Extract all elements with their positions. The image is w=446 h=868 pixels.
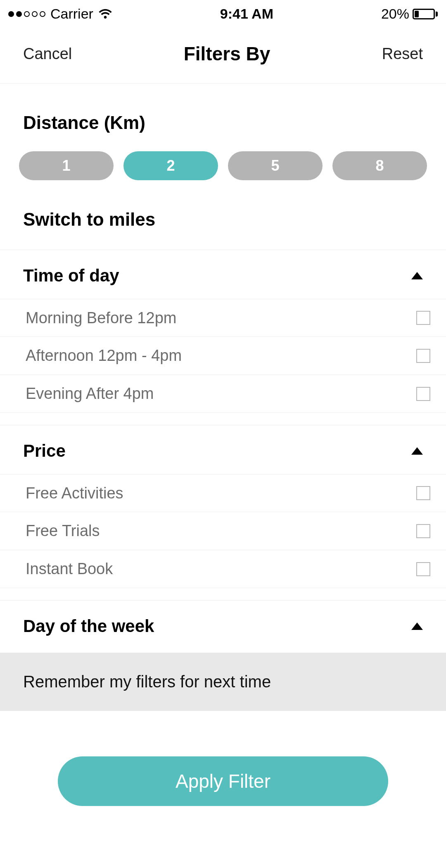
chevron-up-icon [411,447,423,455]
apply-filter-button[interactable]: Apply Filter [58,756,388,806]
checkbox[interactable] [416,562,430,576]
battery-percent-label: 20% [381,6,409,22]
price-header[interactable]: Price [0,425,446,474]
price-option-label: Instant Book [26,560,113,578]
switch-to-miles-button[interactable]: Switch to miles [0,209,446,250]
price-option-free-activities[interactable]: Free Activities [0,474,446,512]
page-title: Filters By [184,43,270,65]
distance-pill-2[interactable]: 2 [123,151,218,180]
time-option-morning[interactable]: Morning Before 12pm [0,299,446,337]
day-of-week-header[interactable]: Day of the week [0,601,446,649]
battery-icon [413,9,438,19]
distance-pill-5[interactable]: 5 [228,151,323,180]
checkbox[interactable] [416,524,430,538]
price-option-label: Free Trials [26,522,100,540]
price-option-free-trials[interactable]: Free Trials [0,512,446,550]
carrier-label: Carrier [50,6,93,22]
checkbox[interactable] [416,387,430,401]
time-of-day-title: Time of day [23,266,119,286]
time-of-day-header[interactable]: Time of day [0,250,446,299]
distance-pill-1[interactable]: 1 [19,151,114,180]
time-option-label: Afternoon 12pm - 4pm [26,347,182,365]
remember-filters-label: Remember my filters for next time [23,672,423,691]
status-left: Carrier [8,6,112,22]
time-option-evening[interactable]: Evening After 4pm [0,375,446,413]
time-option-label: Evening After 4pm [26,385,154,403]
chevron-up-icon [411,272,423,279]
status-bar: Carrier 9:41 AM 20% [0,0,446,26]
price-title: Price [23,441,66,461]
chevron-up-icon [411,622,423,630]
distance-heading: Distance (Km) [23,112,423,133]
distance-options: 1 2 5 8 [0,151,446,209]
time-option-afternoon[interactable]: Afternoon 12pm - 4pm [0,337,446,375]
checkbox[interactable] [416,349,430,363]
price-option-instant-book[interactable]: Instant Book [0,550,446,588]
day-of-week-title: Day of the week [23,616,154,636]
reset-button[interactable]: Reset [382,45,423,63]
distance-pill-8[interactable]: 8 [332,151,427,180]
cancel-button[interactable]: Cancel [23,45,72,63]
wifi-icon [98,6,112,22]
checkbox[interactable] [416,311,430,325]
status-right: 20% [381,6,438,22]
status-time: 9:41 AM [220,6,273,22]
remember-filters-row[interactable]: Remember my filters for next time [0,653,446,711]
time-option-label: Morning Before 12pm [26,309,176,327]
checkbox[interactable] [416,486,430,500]
signal-strength-icon [8,11,45,17]
price-option-label: Free Activities [26,484,123,502]
nav-bar: Cancel Filters By Reset [0,26,446,83]
